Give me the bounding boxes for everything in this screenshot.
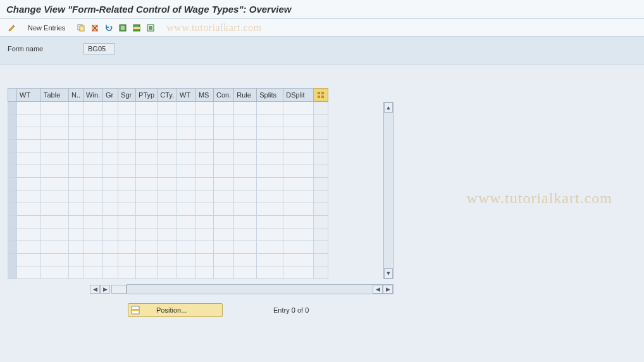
table-cell[interactable] — [84, 102, 103, 115]
table-cell[interactable] — [118, 165, 136, 178]
table-cell[interactable] — [195, 140, 213, 153]
table-cell[interactable] — [69, 203, 84, 216]
table-cell[interactable] — [283, 216, 314, 228]
table-cell[interactable] — [136, 153, 158, 165]
row-selector-header[interactable] — [8, 89, 17, 102]
table-cell[interactable] — [84, 228, 103, 241]
table-cell[interactable] — [84, 140, 103, 153]
row-selector[interactable] — [8, 190, 17, 203]
row-selector[interactable] — [8, 153, 17, 165]
table-cell[interactable] — [69, 178, 84, 190]
table-cell[interactable] — [136, 140, 158, 153]
table-cell[interactable] — [176, 178, 195, 190]
table-cell[interactable] — [69, 254, 84, 266]
table-cell[interactable] — [176, 153, 195, 165]
table-cell[interactable] — [257, 115, 283, 127]
table-cell[interactable] — [118, 127, 136, 140]
scroll-left-button[interactable]: ◀ — [90, 285, 100, 294]
row-selector[interactable] — [8, 165, 17, 178]
table-cell[interactable] — [118, 153, 136, 165]
table-cell[interactable] — [84, 165, 103, 178]
table-cell[interactable] — [103, 254, 118, 266]
table-cell[interactable] — [176, 203, 195, 216]
table-cell[interactable] — [213, 102, 233, 115]
table-cell[interactable] — [213, 216, 233, 228]
table-cell[interactable] — [41, 165, 69, 178]
table-cell[interactable] — [103, 241, 118, 254]
table-cell[interactable] — [257, 266, 283, 279]
table-cell[interactable] — [234, 153, 257, 165]
table-cell[interactable] — [17, 178, 41, 190]
table-cell[interactable] — [103, 165, 118, 178]
table-cell[interactable] — [118, 115, 136, 127]
table-cell[interactable] — [103, 140, 118, 153]
table-cell[interactable] — [103, 115, 118, 127]
table-cell[interactable] — [213, 165, 233, 178]
table-cell[interactable] — [283, 241, 314, 254]
table-cell[interactable] — [136, 266, 158, 279]
table-cell[interactable] — [84, 266, 103, 279]
table-cell[interactable] — [158, 190, 177, 203]
table-cell[interactable] — [17, 140, 41, 153]
table-cell[interactable] — [84, 153, 103, 165]
delete-icon[interactable] — [89, 22, 101, 34]
table-cell[interactable] — [17, 165, 41, 178]
horizontal-scrollbar[interactable]: ◀ ▶ — [127, 284, 393, 294]
table-cell[interactable] — [17, 266, 41, 279]
table-settings-icon[interactable] — [314, 89, 328, 102]
table-cell[interactable] — [17, 241, 41, 254]
table-cell[interactable] — [195, 266, 213, 279]
table-cell[interactable] — [195, 203, 213, 216]
table-cell[interactable] — [195, 241, 213, 254]
table-cell[interactable] — [213, 190, 233, 203]
row-selector[interactable] — [8, 102, 17, 115]
row-selector[interactable] — [8, 140, 17, 153]
table-cell[interactable] — [103, 102, 118, 115]
table-row[interactable] — [8, 115, 328, 127]
table-cell[interactable] — [158, 140, 177, 153]
change-mode-icon[interactable] — [6, 22, 18, 34]
table-cell[interactable] — [176, 140, 195, 153]
wage-types-table[interactable]: WTTableN..Win.GrSgrPTypCTy.WTMSCon.RuleS… — [8, 88, 328, 279]
table-cell[interactable] — [84, 241, 103, 254]
table-cell[interactable] — [176, 165, 195, 178]
column-header[interactable]: Gr — [103, 89, 118, 102]
table-cell[interactable] — [257, 203, 283, 216]
table-cell[interactable] — [41, 102, 69, 115]
table-cell[interactable] — [176, 102, 195, 115]
undo-icon[interactable] — [103, 22, 115, 34]
row-selector[interactable] — [8, 178, 17, 190]
scroll-right-end-button[interactable]: ▶ — [383, 285, 393, 294]
table-cell[interactable] — [69, 153, 84, 165]
table-row[interactable] — [8, 266, 328, 279]
table-cell[interactable] — [41, 216, 69, 228]
table-cell[interactable] — [103, 153, 118, 165]
table-cell[interactable] — [41, 203, 69, 216]
table-cell[interactable] — [176, 266, 195, 279]
table-cell[interactable] — [69, 190, 84, 203]
table-cell[interactable] — [136, 178, 158, 190]
table-cell[interactable] — [118, 178, 136, 190]
table-cell[interactable] — [176, 190, 195, 203]
table-cell[interactable] — [41, 140, 69, 153]
table-cell[interactable] — [234, 266, 257, 279]
table-cell[interactable] — [103, 127, 118, 140]
table-cell[interactable] — [41, 153, 69, 165]
position-button[interactable]: Position... — [128, 303, 223, 317]
table-cell[interactable] — [195, 254, 213, 266]
table-cell[interactable] — [213, 228, 233, 241]
table-cell[interactable] — [283, 203, 314, 216]
table-cell[interactable] — [234, 140, 257, 153]
table-cell[interactable] — [118, 254, 136, 266]
table-cell[interactable] — [103, 228, 118, 241]
table-cell[interactable] — [283, 178, 314, 190]
table-cell[interactable] — [257, 190, 283, 203]
table-cell[interactable] — [41, 254, 69, 266]
table-cell[interactable] — [103, 178, 118, 190]
table-cell[interactable] — [158, 153, 177, 165]
table-cell[interactable] — [283, 153, 314, 165]
column-header[interactable]: Splits — [257, 89, 283, 102]
table-cell[interactable] — [69, 228, 84, 241]
column-header[interactable]: MS — [195, 89, 213, 102]
table-row[interactable] — [8, 241, 328, 254]
